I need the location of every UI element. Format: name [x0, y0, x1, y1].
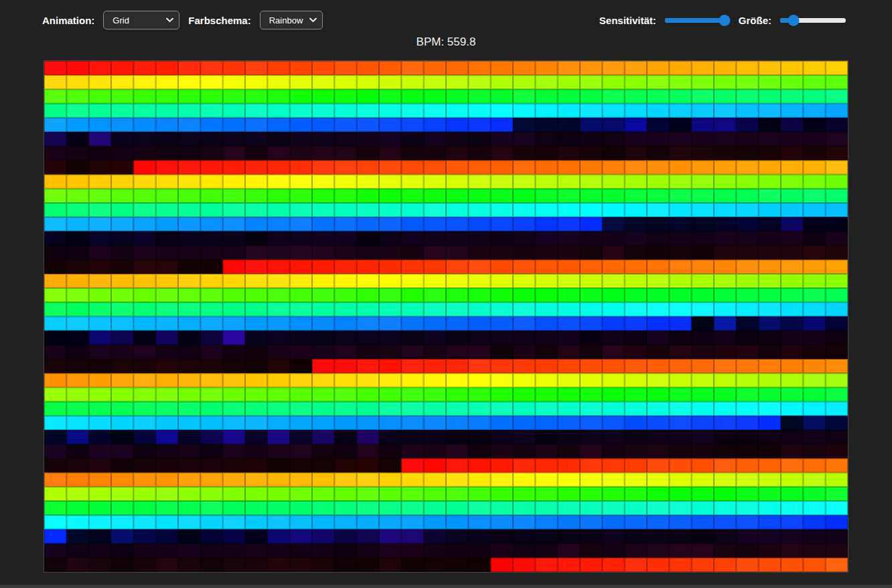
right-controls: Sensitivität: Größe: [599, 15, 846, 26]
visualizer-canvas [44, 60, 848, 573]
animation-select[interactable]: Grid [103, 11, 179, 29]
bpm-text: BPM: 559.8 [0, 35, 892, 49]
sensitivity-label: Sensitivität: [599, 15, 656, 26]
colorscheme-label: Farbschema: [188, 15, 250, 26]
colorscheme-dropdown: Rainbow [260, 11, 323, 29]
sensitivity-slider-thumb[interactable] [719, 15, 731, 26]
animation-label: Animation: [42, 15, 94, 26]
size-slider-thumb[interactable] [788, 15, 799, 26]
sensitivity-slider-fill [665, 18, 725, 23]
size-label: Größe: [739, 15, 771, 26]
size-slider[interactable] [780, 15, 846, 26]
animation-dropdown: Grid [103, 11, 179, 29]
colorscheme-select[interactable]: Rainbow [260, 11, 323, 29]
toolbar: Animation: Grid Farbschema: Rainbow Sens… [0, 0, 892, 29]
bottom-scrollbar[interactable] [0, 585, 892, 588]
sensitivity-slider[interactable] [665, 15, 730, 26]
left-controls: Animation: Grid Farbschema: Rainbow [42, 11, 323, 29]
